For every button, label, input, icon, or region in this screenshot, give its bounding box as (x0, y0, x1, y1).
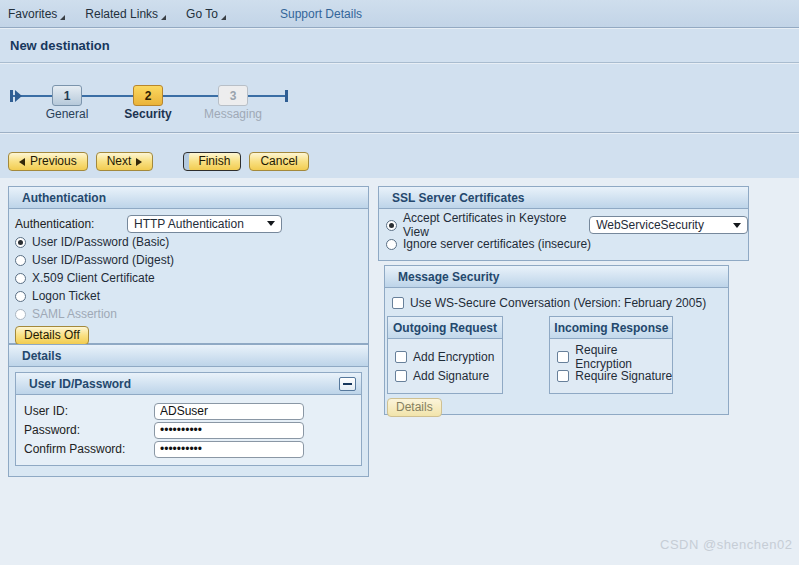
cancel-button-label: Cancel (260, 155, 297, 168)
require-signature-label: Require Signature (575, 369, 672, 383)
auth-option-logon-ticket-label: Logon Ticket (32, 289, 100, 303)
user-id-row: User ID: (16, 402, 361, 420)
wizard-toolbar: Previous Next Finish Cancel (0, 134, 799, 178)
user-id-password-panel-body: User ID: Password: Confirm Password: (16, 395, 361, 465)
roadmap-start-arrow-icon (15, 90, 22, 102)
incoming-response-body: Require Encryption Require Signature (550, 339, 672, 393)
roadmap-start-icon (10, 90, 13, 102)
ssl-option-accept-keystore-label: Accept Certificates in Keystore View (403, 211, 584, 239)
ssl-certificates-panel: SSL Server Certificates Accept Certifica… (378, 186, 749, 261)
require-signature-row[interactable]: Require Signature (550, 366, 672, 385)
user-id-label: User ID: (24, 404, 154, 418)
message-security-panel: Message Security Use WS-Secure Conversat… (384, 265, 729, 415)
incoming-response-title: Incoming Response (554, 321, 668, 335)
incoming-response-box: Incoming Response Require Encryption Req… (549, 316, 673, 394)
page-title-bar: New destination (0, 29, 799, 63)
radio-icon[interactable] (15, 291, 26, 302)
authentication-panel: Authentication Authentication: HTTP Auth… (8, 186, 369, 344)
authentication-type-label: Authentication: (15, 217, 127, 231)
previous-button[interactable]: Previous (8, 152, 88, 171)
password-label: Password: (24, 423, 154, 437)
menu-go-to-label: Go To (186, 7, 218, 21)
ssl-certificates-panel-header: SSL Server Certificates (379, 187, 748, 209)
require-encryption-row[interactable]: Require Encryption (550, 347, 672, 366)
auth-option-userid-basic-label: User ID/Password (Basic) (32, 235, 169, 249)
details-panel: Details User ID/Password User ID: Passwo… (8, 344, 369, 477)
wizard-step-general[interactable]: 1 (52, 85, 82, 106)
confirm-password-input[interactable] (154, 441, 304, 458)
chevron-down-icon (733, 223, 741, 228)
minus-icon (343, 383, 352, 385)
user-id-password-panel-title: User ID/Password (29, 377, 131, 391)
radio-icon[interactable] (15, 273, 26, 284)
auth-option-userid-basic[interactable]: User ID/Password (Basic) (9, 233, 368, 251)
menu-related-links[interactable]: Related Links (85, 7, 166, 21)
message-security-details-button[interactable]: Details (387, 398, 442, 417)
user-id-password-panel-header: User ID/Password (16, 373, 361, 395)
outgoing-request-title: Outgoing Request (393, 321, 497, 335)
details-off-button-label: Details Off (24, 329, 80, 342)
ssl-certificates-panel-body: Accept Certificates in Keystore View Web… (379, 209, 748, 253)
wizard-step-security-label: Security (103, 107, 193, 121)
authentication-type-dropdown-value: HTTP Authentication (134, 217, 244, 231)
wizard-roadmap: 1 2 3 General Security Messaging (0, 64, 799, 133)
ssl-option-accept-keystore[interactable]: Accept Certificates in Keystore View Web… (379, 215, 748, 235)
toolbar-spacer (161, 152, 175, 171)
screen: { "menu": { "items": ["Favorites", "Rela… (0, 0, 799, 565)
add-signature-checkbox[interactable] (395, 370, 407, 382)
auth-option-userid-digest-label: User ID/Password (Digest) (32, 253, 174, 267)
toolbar-button-row: Previous Next Finish Cancel (8, 152, 309, 171)
authentication-panel-body: Authentication: HTTP Authentication User… (9, 209, 368, 345)
wizard-step-general-label: General (22, 107, 112, 121)
password-input[interactable] (154, 422, 304, 439)
message-security-boxes: Outgoing Request Add Encryption Add Sign… (387, 316, 728, 394)
password-row: Password: (16, 421, 361, 439)
add-signature-label: Add Signature (413, 369, 489, 383)
ws-secure-checkbox[interactable] (392, 297, 404, 309)
message-security-details-row: Details (385, 394, 728, 417)
menu-favorites-label: Favorites (8, 7, 57, 21)
ssl-certificates-panel-title: SSL Server Certificates (392, 191, 525, 205)
auth-option-logon-ticket[interactable]: Logon Ticket (9, 287, 368, 305)
details-panel-title: Details (22, 349, 61, 363)
collapse-button[interactable] (339, 377, 356, 391)
finish-button[interactable]: Finish (183, 152, 241, 171)
auth-option-x509[interactable]: X.509 Client Certificate (9, 269, 368, 287)
next-arrow-icon (136, 158, 142, 166)
user-id-password-panel: User ID/Password User ID: Password: Conf… (15, 372, 362, 466)
wizard-step-security[interactable]: 2 (133, 85, 163, 106)
user-id-input[interactable] (154, 403, 304, 420)
page-title: New destination (10, 38, 110, 53)
auth-option-userid-digest[interactable]: User ID/Password (Digest) (9, 251, 368, 269)
radio-icon-selected[interactable] (15, 237, 26, 248)
menu-related-links-label: Related Links (85, 7, 158, 21)
add-encryption-row[interactable]: Add Encryption (388, 347, 502, 366)
authentication-type-dropdown[interactable]: HTTP Authentication (127, 215, 282, 233)
keystore-view-dropdown[interactable]: WebServiceSecurity (589, 216, 748, 234)
radio-icon[interactable] (386, 239, 397, 250)
message-security-details-button-label: Details (396, 401, 433, 414)
menu-dropdown-triangle-icon (60, 15, 65, 20)
menu-favorites[interactable]: Favorites (8, 7, 65, 21)
message-security-panel-header: Message Security (385, 266, 728, 288)
support-details-link[interactable]: Support Details (280, 7, 362, 21)
details-panel-header: Details (9, 345, 368, 367)
menu-go-to[interactable]: Go To (186, 7, 226, 21)
add-encryption-checkbox[interactable] (395, 351, 407, 363)
ssl-option-ignore-certs[interactable]: Ignore server certificates (insecure) (379, 235, 748, 253)
details-off-button[interactable]: Details Off (15, 326, 89, 345)
top-menu-bar: Favorites Related Links Go To Support De… (0, 0, 799, 28)
radio-icon-disabled (15, 309, 26, 320)
require-encryption-checkbox[interactable] (557, 351, 569, 363)
previous-button-label: Previous (30, 155, 77, 168)
outgoing-request-box: Outgoing Request Add Encryption Add Sign… (387, 316, 503, 394)
require-encryption-label: Require Encryption (575, 343, 672, 371)
next-button[interactable]: Next (96, 152, 154, 171)
next-button-label: Next (107, 155, 132, 168)
require-signature-checkbox[interactable] (557, 370, 569, 382)
radio-icon[interactable] (15, 255, 26, 266)
add-signature-row[interactable]: Add Signature (388, 366, 502, 385)
radio-icon-selected[interactable] (386, 220, 397, 231)
ws-secure-conversation-row[interactable]: Use WS-Secure Conversation (Version: Feb… (385, 294, 728, 312)
cancel-button[interactable]: Cancel (249, 152, 308, 171)
